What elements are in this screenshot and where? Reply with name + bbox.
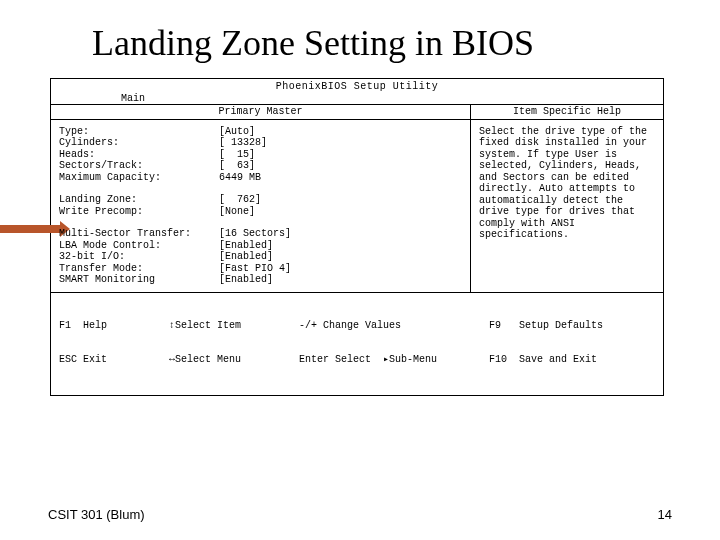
value: [ 13328]	[219, 137, 267, 149]
slide-footer: CSIT 301 (Blum) 14	[48, 507, 672, 522]
hint-submenu: Sub-Menu	[389, 354, 437, 365]
label: SMART Monitoring	[59, 274, 219, 286]
value: [16 Sectors]	[219, 228, 291, 240]
row-landing-zone[interactable]: Landing Zone: [ 762]	[59, 194, 462, 206]
hint-f10: F10 Save and Exit	[489, 354, 655, 366]
row-smart[interactable]: SMART Monitoring [Enabled]	[59, 274, 462, 286]
row-sectors-track[interactable]: Sectors/Track: [ 63]	[59, 160, 462, 172]
page-number: 14	[658, 507, 672, 522]
hint-f9: F9 Setup Defaults	[489, 320, 655, 332]
label: Multi-Sector Transfer:	[59, 228, 219, 240]
label: LBA Mode Control:	[59, 240, 219, 252]
value: [Enabled]	[219, 251, 273, 263]
row-32bit-io[interactable]: 32-bit I/O: [Enabled]	[59, 251, 462, 263]
bios-utility-title: PhoenixBIOS Setup Utility	[51, 79, 663, 93]
value: [Enabled]	[219, 274, 273, 286]
course-label: CSIT 301 (Blum)	[48, 507, 145, 522]
row-lba-mode[interactable]: LBA Mode Control: [Enabled]	[59, 240, 462, 252]
help-text: Select the drive type of the fixed disk …	[479, 126, 655, 241]
subhead-primary-master: Primary Master	[51, 105, 471, 119]
row-cylinders[interactable]: Cylinders: [ 13328]	[59, 137, 462, 149]
value: [None]	[219, 206, 255, 218]
row-heads[interactable]: Heads: [ 15]	[59, 149, 462, 161]
blank-row	[59, 217, 462, 228]
slide: Landing Zone Setting in BIOS PhoenixBIOS…	[0, 0, 720, 540]
label: Cylinders:	[59, 137, 219, 149]
row-type[interactable]: Type: [Auto]	[59, 126, 462, 138]
value: [Enabled]	[219, 240, 273, 252]
bios-subheader: Primary Master Item Specific Help	[51, 104, 663, 120]
subhead-help: Item Specific Help	[471, 105, 663, 119]
bios-tabs: Main	[51, 93, 663, 105]
bios-body: Type: [Auto] Cylinders: [ 13328] Heads: …	[51, 120, 663, 293]
hint-f1: F1 Help	[59, 320, 169, 332]
label: Sectors/Track:	[59, 160, 219, 172]
settings-panel: Type: [Auto] Cylinders: [ 13328] Heads: …	[51, 120, 471, 292]
tab-main[interactable]: Main	[121, 93, 145, 105]
value: [ 762]	[219, 194, 261, 206]
value: [Fast PIO 4]	[219, 263, 291, 275]
label: Transfer Mode:	[59, 263, 219, 275]
label: Type:	[59, 126, 219, 138]
row-transfer-mode[interactable]: Transfer Mode: [Fast PIO 4]	[59, 263, 462, 275]
slide-title: Landing Zone Setting in BIOS	[92, 22, 678, 64]
label: 32-bit I/O:	[59, 251, 219, 263]
value: [Auto]	[219, 126, 255, 138]
row-multi-sector[interactable]: Multi-Sector Transfer: [16 Sectors]	[59, 228, 462, 240]
label: Landing Zone:	[59, 194, 219, 206]
label: Heads:	[59, 149, 219, 161]
value: [ 63]	[219, 160, 255, 172]
bios-window: PhoenixBIOS Setup Utility Main Primary M…	[50, 78, 664, 396]
label: Write Precomp:	[59, 206, 219, 218]
value: 6449 MB	[219, 172, 261, 184]
hint-select-menu: Select Menu	[175, 354, 241, 365]
label: Maximum Capacity:	[59, 172, 219, 184]
row-write-precomp[interactable]: Write Precomp: [None]	[59, 206, 462, 218]
bios-footer: F1 Help ESC Exit Select Item Select Menu…	[51, 293, 663, 395]
hint-esc: ESC Exit	[59, 354, 169, 366]
row-max-capacity: Maximum Capacity: 6449 MB	[59, 172, 462, 184]
hint-select-item: Select Item	[175, 320, 241, 331]
hint-change-values: -/+ Change Values	[299, 320, 489, 332]
blank-row	[59, 183, 462, 194]
hint-enter-select: Enter Select	[299, 354, 371, 365]
value: [ 15]	[219, 149, 255, 161]
help-panel: Select the drive type of the fixed disk …	[471, 120, 663, 292]
